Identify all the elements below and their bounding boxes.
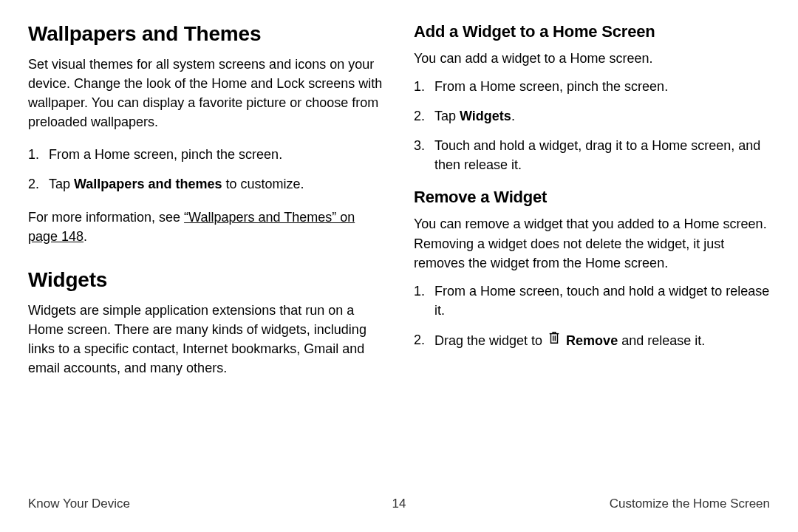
heading-widgets: Widgets [28, 268, 384, 292]
more-info-prefix: For more information, see [28, 210, 184, 225]
step-item: From a Home screen, pinch the screen. [414, 77, 770, 96]
step-text: Tap [49, 177, 74, 191]
page-footer: Know Your Device 14 Customize the Home S… [28, 489, 770, 511]
steps-remove-widget: From a Home screen, touch and hold a wid… [414, 282, 770, 350]
para-widgets-intro: Widgets are simple application extension… [28, 301, 384, 378]
manual-page: Wallpapers and Themes Set visual themes … [0, 0, 798, 532]
heading-wallpapers-themes: Wallpapers and Themes [28, 22, 384, 46]
step-item: Tap Wallpapers and themes to customize. [28, 174, 384, 194]
para-remove-widget-intro: You can remove a widget that you added t… [414, 214, 770, 272]
step-bold: Widgets [460, 109, 511, 123]
step-item: Touch and hold a widget, drag it to a Ho… [414, 136, 770, 174]
steps-wallpapers: From a Home screen, pinch the screen. Ta… [28, 145, 384, 194]
step-text: Drag the widget to [434, 333, 546, 348]
right-column: Add a Widget to a Home Screen You can ad… [414, 22, 770, 489]
more-info-suffix: . [83, 229, 87, 244]
heading-add-widget: Add a Widget to a Home Screen [414, 22, 770, 41]
footer-left: Know Your Device [28, 497, 392, 511]
para-wallpapers-intro: Set visual themes for all system screens… [28, 55, 384, 132]
steps-add-widget: From a Home screen, pinch the screen. Ta… [414, 77, 770, 174]
step-text: Tap [434, 109, 460, 123]
left-column: Wallpapers and Themes Set visual themes … [28, 22, 384, 489]
para-add-widget-intro: You can add a widget to a Home screen. [414, 49, 770, 68]
step-text: . [511, 109, 515, 123]
step-text: to customize. [222, 177, 304, 191]
step-item: Tap Widgets. [414, 106, 770, 126]
footer-page-number: 14 [392, 497, 406, 511]
two-column-layout: Wallpapers and Themes Set visual themes … [28, 22, 770, 489]
step-text: and release it. [618, 333, 705, 348]
footer-right: Customize the Home Screen [406, 497, 770, 511]
step-bold: Wallpapers and themes [74, 177, 222, 191]
remove-icon-inline [546, 330, 562, 345]
para-more-info: For more information, see “Wallpapers an… [28, 208, 384, 246]
trash-icon [548, 330, 561, 345]
step-item: Drag the widget to Remove and release it… [414, 330, 770, 350]
step-item: From a Home screen, pinch the screen. [28, 145, 384, 164]
step-bold: Remove [566, 333, 618, 348]
step-item: From a Home screen, touch and hold a wid… [414, 282, 770, 320]
heading-remove-widget: Remove a Widget [414, 188, 770, 207]
